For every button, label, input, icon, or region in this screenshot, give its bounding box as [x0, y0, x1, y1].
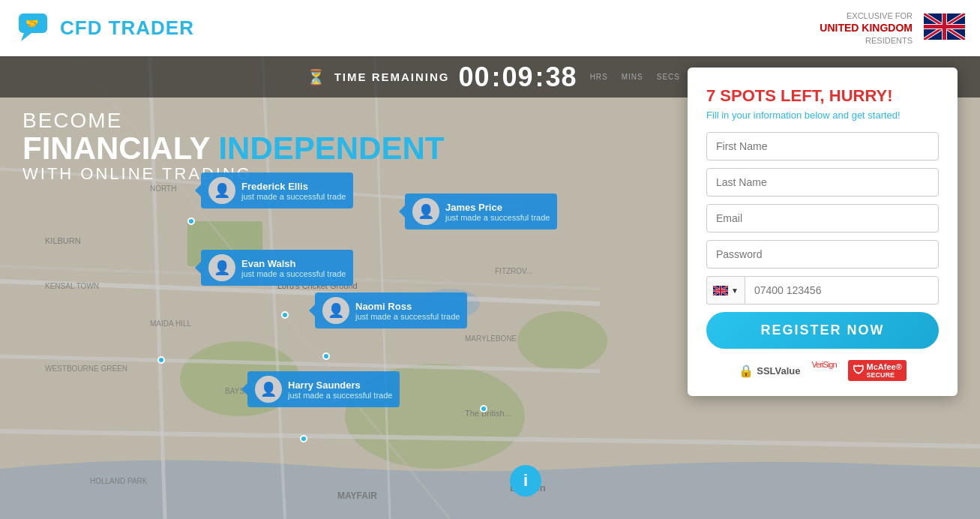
trade-bubble-4: 👤 Naomi Ross just made a successful trad…: [315, 292, 467, 328]
info-button[interactable]: i: [510, 465, 541, 496]
svg-rect-11: [943, 14, 946, 40]
logo-text: CFD TRADER: [60, 16, 194, 40]
timer-sep2: :: [535, 62, 544, 93]
timer-icon: ⏳: [307, 68, 325, 86]
trader-msg-2: just made a successful trade: [445, 213, 550, 222]
trade-bubble-3: 👤 Evan Walsh just made a successful trad…: [201, 250, 353, 286]
timer-sublabels: HRS MINS SECS: [590, 73, 680, 81]
trader-name-1: Frederick Ellis: [241, 181, 346, 192]
trader-name-5: Harry Saunders: [288, 380, 392, 391]
map-dot-5: [157, 356, 165, 364]
exclusive-line3: RESIDENTS: [820, 35, 913, 46]
avatar-3: 👤: [208, 254, 235, 281]
form-headline: 7 SPOTS LEFT, HURRY!: [706, 86, 939, 106]
trust-badges: 🔒 SSLValue VeriSign 🛡 McAfee® SECURE: [706, 360, 939, 381]
hero-main: FINANCIALY INDEPENDENT: [22, 133, 444, 164]
lock-icon: 🔒: [739, 364, 754, 378]
trader-msg-1: just made a successful trade: [241, 192, 346, 201]
trader-name-3: Evan Walsh: [241, 258, 346, 269]
logo-area: 🤝 CFD TRADER: [15, 10, 194, 47]
register-button[interactable]: REGISTER NOW: [706, 312, 939, 349]
svg-rect-49: [720, 286, 721, 296]
shield-icon: 🛡: [853, 364, 865, 377]
exclusive-line2: UNITED KINGDOM: [820, 21, 913, 34]
mins-label: MINS: [622, 73, 643, 81]
svg-marker-1: [21, 33, 31, 41]
mcafee-text: McAfee®: [867, 362, 902, 371]
phone-row: ▼: [706, 276, 939, 304]
verisign-text: VeriSign: [812, 362, 837, 374]
timer-label: TIME REMAINING: [334, 70, 450, 83]
logo-trader: TRADER: [102, 16, 194, 39]
exclusive-line1: EXCLUSIVE FOR: [820, 10, 913, 21]
map-dot-4: [322, 352, 330, 360]
trade-bubble-5: 👤 Harry Saunders just made a successful …: [247, 371, 400, 407]
trader-msg-3: just made a successful trade: [241, 269, 346, 278]
hero-financially: FINANCIALY: [22, 130, 210, 166]
verisign-badge: VeriSign: [812, 360, 837, 381]
exclusive-text: EXCLUSIVE FOR UNITED KINGDOM RESIDENTS: [820, 10, 913, 46]
timer-sep1: :: [492, 62, 501, 93]
mcafee-sub: SECURE: [867, 371, 902, 379]
trader-name-4: Naomi Ross: [355, 301, 460, 312]
logo-cfd: CFD: [60, 16, 102, 39]
ssl-badge: 🔒 SSLValue: [739, 364, 800, 378]
header-right: EXCLUSIVE FOR UNITED KINGDOM RESIDENTS: [820, 10, 965, 46]
hrs-label: HRS: [590, 73, 608, 81]
trade-bubble-1: 👤 Frederick Ellis just made a successful…: [201, 172, 353, 208]
hero-become: BECOME: [22, 109, 444, 133]
trader-msg-4: just made a successful trade: [355, 312, 460, 321]
trader-msg-5: just made a successful trade: [288, 391, 392, 400]
registration-form: 7 SPOTS LEFT, HURRY! Fill in your inform…: [688, 68, 958, 396]
uk-flag: [924, 14, 965, 43]
avatar-5: 👤: [255, 376, 282, 403]
map-background: KILBURN KENSAL TOWN WESTBOURNE GREEN NOR…: [0, 56, 980, 519]
password-input[interactable]: [706, 240, 939, 268]
map-dot-2: [281, 311, 289, 319]
email-input[interactable]: [706, 204, 939, 232]
map-dot-8: [480, 405, 487, 412]
ssl-text: SSLValue: [757, 365, 800, 376]
header: 🤝 CFD TRADER EXCLUSIVE FOR UNITED KINGDO…: [0, 0, 980, 56]
spots-text: 7 SPOTS LEFT,: [706, 86, 825, 105]
phone-input[interactable]: [745, 276, 939, 304]
trade-bubble-2: 👤 James Price just made a successful tra…: [405, 194, 557, 230]
secs-label: SECS: [657, 73, 680, 81]
timer-display: 00 : 09 : 38: [459, 62, 577, 93]
flag-mini: [713, 286, 728, 296]
logo-icon: 🤝: [15, 10, 52, 47]
mcafee-badge: 🛡 McAfee® SECURE: [848, 360, 907, 381]
svg-text:🤝: 🤝: [25, 17, 39, 30]
hero-independent: INDEPENDENT: [218, 130, 444, 166]
avatar-4: 👤: [322, 297, 349, 324]
form-subtext: Fill in your information below and get s…: [706, 110, 939, 121]
last-name-input[interactable]: [706, 168, 939, 196]
map-dot-1: [187, 218, 195, 225]
avatar-2: 👤: [412, 198, 439, 225]
hurry-text: HURRY!: [825, 86, 893, 105]
first-name-input[interactable]: [706, 132, 939, 160]
timer-secs: 38: [546, 62, 577, 93]
avatar-1: 👤: [208, 177, 235, 204]
timer-hrs: 00: [459, 62, 490, 93]
timer-mins: 09: [502, 62, 534, 93]
trader-name-2: James Price: [445, 202, 550, 213]
phone-flag[interactable]: ▼: [706, 276, 745, 304]
map-dot-7: [300, 435, 307, 442]
